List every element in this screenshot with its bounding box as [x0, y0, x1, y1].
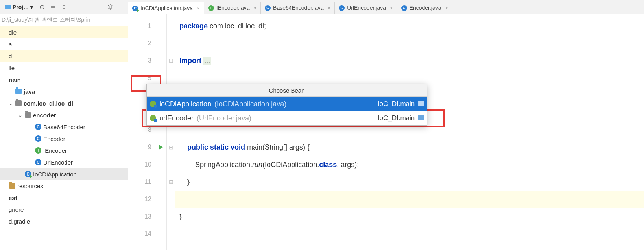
project-tree[interactable]: dleadllenainjava⌄com.ioc_di.ioc_di⌄encod… — [0, 26, 128, 250]
tab-label: IoCDiApplication.java — [140, 5, 193, 11]
folder-icon — [15, 88, 22, 95]
code-line[interactable]: package com.ioc_di.ioc_di; — [175, 17, 644, 35]
tree-item[interactable]: est — [0, 192, 128, 204]
code-line[interactable]: SpringApplication.run(IoCDiApplication.c… — [175, 156, 644, 173]
line-number: 11 — [135, 173, 155, 191]
choose-bean-popup: Choose Bean ioCDiApplication (IoCDiAppli… — [146, 84, 427, 126]
code-line[interactable] — [175, 225, 644, 243]
code-line[interactable]: } — [175, 173, 644, 191]
editor-tab[interactable]: CBase64Encoder.java× — [261, 2, 335, 14]
close-icon[interactable]: × — [328, 5, 331, 11]
code-line[interactable]: public static void main(String[] args) { — [175, 139, 644, 156]
class-icon: C — [339, 5, 345, 11]
close-icon[interactable]: × — [390, 5, 393, 11]
editor-tab[interactable]: CUrlEncoder.java× — [335, 2, 397, 14]
tree-item-package[interactable]: ⌄com.ioc_di.ioc_di — [0, 97, 128, 109]
fold-icon[interactable]: ⊟ — [169, 57, 173, 64]
tree-item[interactable]: d.gradle — [0, 215, 128, 227]
tree-item[interactable]: a — [0, 38, 128, 50]
line-number: 1 — [135, 17, 155, 35]
tree-item-label: IoCDiApplication — [33, 171, 77, 178]
package-icon — [418, 115, 424, 120]
tree-item-main-class[interactable]: CIoCDiApplication — [0, 168, 128, 180]
collapse-all-icon[interactable] — [60, 3, 68, 11]
expand-all-icon[interactable] — [49, 3, 57, 11]
tree-item-label: Base64Encoder — [43, 124, 85, 130]
tree-item-label: d.gradle — [9, 218, 30, 225]
code-editor[interactable]: package com.ioc_di.ioc_di;import ... pub… — [175, 14, 644, 250]
code-line[interactable]: import ... — [175, 52, 644, 69]
bean-file: (UrlEncoder.java) — [197, 114, 251, 122]
tree-item-package[interactable]: ⌄encoder — [0, 109, 128, 121]
locate-icon[interactable] — [38, 3, 46, 11]
close-icon[interactable]: × — [197, 6, 200, 11]
run-gutter-icon[interactable] — [159, 145, 163, 150]
interface-icon: I — [208, 5, 214, 11]
tab-label: IEncoder.java — [216, 5, 250, 11]
project-sidebar: Proj… ▾ D:\ji_study\패캠 백엔드 스터디\Sprin dle… — [0, 0, 128, 250]
code-line[interactable]: } — [175, 208, 644, 225]
tree-item-class[interactable]: CBase64Encoder — [0, 121, 128, 133]
spring-bean-icon — [150, 115, 156, 121]
tab-label: UrlEncoder.java — [347, 5, 386, 11]
class-icon: C — [265, 5, 271, 11]
package-icon — [24, 111, 31, 119]
spring-bean-icon — [150, 101, 156, 107]
gear-icon[interactable] — [106, 3, 114, 11]
bean-name: ioCDiApplication — [159, 100, 211, 108]
tree-item[interactable]: nain — [0, 74, 128, 85]
close-icon[interactable]: × — [445, 5, 448, 11]
bean-option[interactable]: ioCDiApplication (IoCDiApplication.java)… — [147, 97, 427, 111]
tree-twisty-icon[interactable]: ⌄ — [8, 100, 13, 107]
editor-tab[interactable]: CEncoder.java× — [397, 2, 453, 14]
code-line[interactable] — [175, 35, 644, 52]
bean-package: IoC_DI.main — [378, 100, 424, 108]
tree-item-label: UrlEncoder — [43, 159, 73, 166]
tree-twisty-icon[interactable]: ⌄ — [17, 111, 23, 119]
fold-end-icon: ⊟ — [169, 179, 173, 185]
line-number: 14 — [135, 225, 155, 243]
tree-item[interactable]: d — [0, 50, 128, 62]
tree-item-class[interactable]: CUrlEncoder — [0, 156, 128, 168]
tree-item[interactable]: gnore — [0, 204, 128, 215]
tree-item[interactable]: lle — [0, 62, 128, 74]
package-icon — [418, 101, 424, 106]
editor-tab[interactable]: IIEncoder.java× — [204, 2, 261, 14]
close-icon[interactable]: × — [254, 5, 257, 11]
main-class-icon: C — [24, 170, 31, 178]
code-line[interactable] — [175, 191, 644, 208]
tree-item-class[interactable]: CEncoder — [0, 133, 128, 144]
popup-title: Choose Bean — [147, 84, 427, 97]
tree-item-label: nain — [9, 76, 21, 83]
tree-item-label: IEncoder — [43, 147, 67, 154]
tree-item[interactable]: dle — [0, 26, 128, 38]
fold-gutter[interactable]: ⊟⊟⊟ — [167, 14, 175, 250]
tree-item[interactable]: resources — [0, 180, 128, 192]
svg-rect-4 — [119, 7, 123, 7]
class-icon: C — [35, 135, 42, 142]
package-icon — [15, 100, 22, 107]
dropdown-chevron-icon: ▾ — [30, 4, 33, 10]
tree-item-label: est — [9, 194, 17, 201]
bean-option[interactable]: urlEncoder (UrlEncoder.java)IoC_DI.main — [147, 111, 427, 125]
tree-item-label: lle — [9, 65, 15, 71]
line-number: 3 — [135, 52, 155, 69]
project-tool-window-title[interactable]: Proj… ▾ — [2, 3, 35, 11]
class-icon: C — [401, 5, 407, 11]
tree-item-label: gnore — [9, 206, 24, 213]
bean-file: (IoCDiApplication.java) — [214, 100, 286, 108]
tree-item-interface[interactable]: IIEncoder — [0, 144, 128, 156]
class-icon: C — [35, 123, 42, 130]
fold-icon[interactable]: ⊟ — [169, 144, 173, 150]
tree-item[interactable]: java — [0, 85, 128, 97]
tree-item-label: Encoder — [43, 135, 65, 142]
editor-tab[interactable]: CIoCDiApplication.java× — [128, 2, 204, 14]
run-gutter[interactable] — [155, 14, 167, 250]
interface-icon: I — [35, 147, 42, 154]
bean-package: IoC_DI.main — [378, 114, 424, 122]
tree-item-label: d — [9, 53, 12, 59]
hide-icon[interactable] — [117, 3, 125, 11]
tab-label: Base64Encoder.java — [273, 5, 323, 11]
svg-point-2 — [42, 6, 43, 7]
tree-item-label: resources — [17, 183, 43, 189]
